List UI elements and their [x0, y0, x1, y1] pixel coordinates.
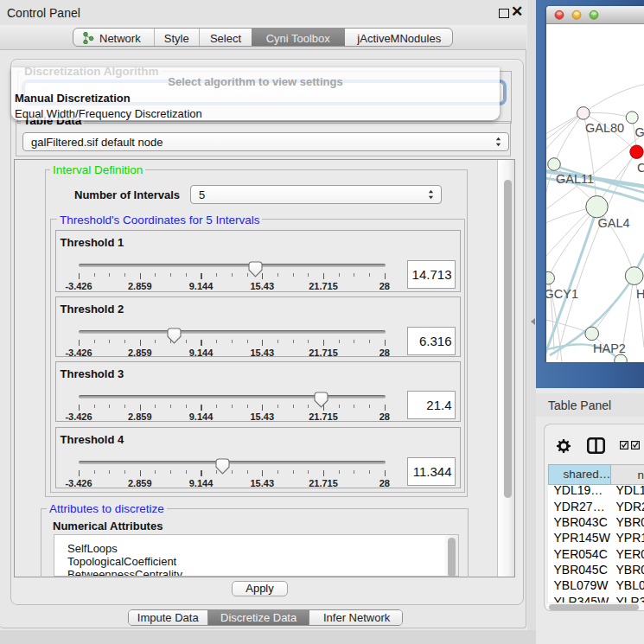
svg-text:GA: GA [635, 125, 644, 139]
svg-text:GAL11: GAL11 [556, 172, 594, 186]
svg-text:GAL80: GAL80 [585, 121, 624, 135]
svg-text:CD: CD [637, 161, 644, 175]
svg-text:HAP2: HAP2 [593, 341, 626, 355]
svg-text:HI: HI [636, 287, 644, 301]
svg-text:GAL4: GAL4 [598, 216, 630, 230]
svg-text:GCY1: GCY1 [546, 287, 578, 301]
